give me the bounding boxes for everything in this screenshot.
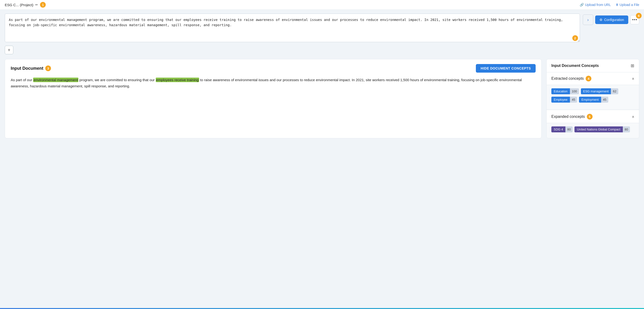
upload-file-link[interactable]: ⬆ Upload a File	[616, 3, 640, 7]
upload-file-label: Upload a File	[620, 3, 640, 7]
badge-4: 4	[586, 76, 591, 81]
link-icon: 🔗	[580, 3, 584, 7]
document-header: Input Document 3 HIDE DOCUMENT CONCEPTS	[11, 64, 536, 73]
extracted-concepts-section-header[interactable]: Extracted concepts 4 ∧	[546, 72, 639, 85]
document-title: Input Document	[11, 66, 43, 71]
document-left: Input Document 3 HIDE DOCUMENT CONCEPTS …	[5, 59, 542, 138]
main-content: As part of our environmental management …	[0, 10, 644, 308]
esg-management-tag[interactable]: ESG management 62	[581, 88, 618, 94]
document-section: Input Document 3 HIDE DOCUMENT CONCEPTS …	[5, 59, 639, 138]
controls-col: › ⚙ Configuration ••• 6	[583, 13, 639, 25]
document-title-row: Input Document 3	[11, 65, 51, 71]
ungc-tag[interactable]: United Nations Global Compact 80	[574, 126, 630, 132]
expanded-section-title: Expanded concepts	[551, 114, 585, 119]
employee-score: 45	[570, 97, 577, 103]
extracted-chevron-icon: ∧	[632, 77, 634, 80]
upload-icon: ⬆	[616, 3, 618, 7]
table-icon[interactable]: ⊞	[631, 63, 634, 68]
extracted-concept-row-2: Employee 45 Employment 45	[551, 97, 634, 103]
education-score: 100	[570, 88, 579, 94]
extracted-concepts-body: Education 100 ESG management 62 Employee…	[546, 85, 639, 108]
panel-header: Input Document Concepts ⊞	[546, 59, 639, 72]
esg-management-label: ESG management	[581, 88, 611, 94]
ungc-label: United Nations Global Compact	[574, 126, 622, 132]
badge-6: 6	[636, 13, 642, 18]
sdg4-tag[interactable]: SDG 4 80	[551, 126, 572, 132]
more-icon: •••	[632, 17, 637, 22]
badge-1: 1	[40, 2, 46, 7]
badge-6-wrapper: ••• 6	[630, 15, 639, 24]
top-bar-right: 🔗 Upload from URL ⬆ Upload a File	[580, 3, 639, 7]
input-row: As part of our environmental management …	[5, 13, 639, 43]
config-label: Configuration	[604, 18, 624, 22]
employment-tag[interactable]: Employment 45	[579, 97, 608, 103]
plus-icon: +	[8, 47, 10, 53]
esg-management-score: 62	[611, 88, 618, 94]
text-area-wrapper: As part of our environmental management …	[5, 13, 580, 43]
panel-title: Input Document Concepts	[551, 63, 599, 68]
concepts-divider	[546, 109, 639, 109]
employment-label: Employment	[579, 97, 601, 103]
add-button[interactable]: +	[5, 46, 13, 54]
doc-text-before-1: As part of our	[11, 78, 33, 82]
highlight-environmental-management: environmental management	[33, 78, 78, 82]
extracted-section-title: Extracted concepts	[551, 76, 584, 81]
extracted-concept-row-1: Education 100 ESG management 62	[551, 88, 634, 94]
upload-url-label: Upload from URL	[585, 3, 611, 7]
badge-2: 2	[572, 35, 578, 41]
bottom-accent-bar	[0, 308, 644, 309]
expanded-concepts-section-header[interactable]: Expanded concepts 5 ∧	[546, 110, 639, 123]
expanded-concept-row-1: SDG 4 80 United Nations Global Compact 8…	[551, 126, 634, 132]
hide-document-concepts-button[interactable]: HIDE DOCUMENT CONCEPTS	[476, 64, 536, 73]
education-tag[interactable]: Education 100	[551, 88, 579, 94]
gear-icon: ⚙	[600, 18, 602, 22]
extracted-title-row: Extracted concepts 4	[551, 76, 591, 81]
employee-label: Employee	[551, 97, 570, 103]
upload-url-link[interactable]: 🔗 Upload from URL	[580, 3, 611, 7]
highlight-employees-receive-training: employees receive training	[156, 78, 199, 82]
top-bar: ESG C... (Project) ✏ 1 🔗 Upload from URL…	[0, 0, 644, 10]
badge-5: 5	[587, 114, 592, 119]
employee-tag[interactable]: Employee 45	[551, 97, 577, 103]
main-text-input[interactable]: As part of our environmental management …	[5, 13, 580, 42]
sdg4-score: 80	[566, 126, 572, 132]
top-bar-left: ESG C... (Project) ✏ 1	[5, 2, 46, 7]
edit-icon[interactable]: ✏	[35, 3, 38, 7]
document-body: As part of our environmental management …	[11, 77, 536, 89]
project-title: ESG C... (Project)	[5, 3, 33, 7]
sdg4-label: SDG 4	[551, 126, 566, 132]
expanded-title-row: Expanded concepts 5	[551, 114, 592, 119]
doc-text-between-1: program, we are committed to ensuring th…	[78, 78, 156, 82]
config-button[interactable]: ⚙ Configuration	[595, 15, 628, 24]
expanded-concepts-body: SDG 4 80 United Nations Global Compact 8…	[546, 123, 639, 138]
arrow-button[interactable]: ›	[583, 14, 593, 25]
education-label: Education	[551, 88, 570, 94]
employment-score: 45	[601, 97, 608, 103]
app-container: ESG C... (Project) ✏ 1 🔗 Upload from URL…	[0, 0, 644, 309]
ungc-score: 80	[623, 126, 630, 132]
add-row: +	[5, 46, 639, 54]
badge-3: 3	[45, 65, 51, 71]
expanded-chevron-icon: ∧	[632, 115, 634, 119]
arrow-icon: ›	[587, 17, 589, 22]
document-right-panel: Input Document Concepts ⊞ Extracted conc…	[546, 59, 639, 138]
